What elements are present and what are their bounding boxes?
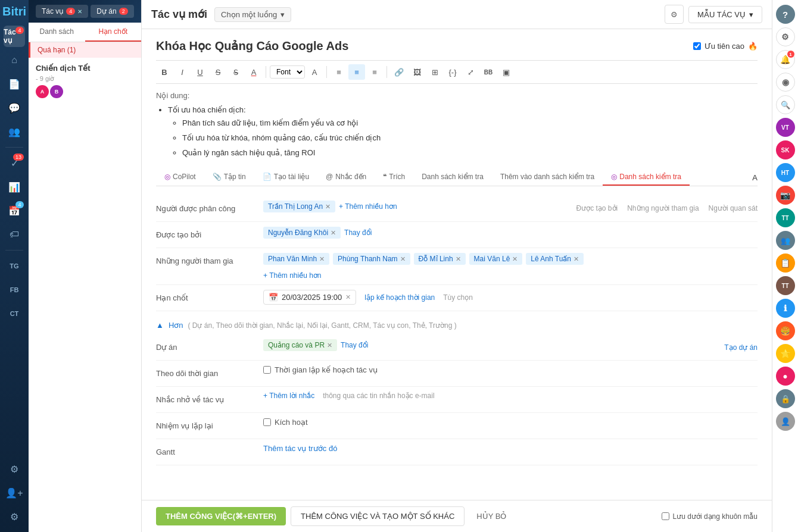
- tab-nhac-den[interactable]: @ Nhắc đến: [317, 169, 375, 186]
- strikethrough-button[interactable]: S: [210, 64, 226, 80]
- tab-them-danh-sach[interactable]: Thêm vào danh sách kiểm tra: [492, 169, 603, 186]
- change-project-btn[interactable]: Thay đổi: [341, 339, 368, 351]
- expand-button[interactable]: ⤢: [462, 64, 479, 80]
- tab-danh-sach-kiem-tra-2[interactable]: ◎ Danh sách kiểm tra: [603, 169, 690, 186]
- right-icon-bell[interactable]: 🔔 1: [776, 50, 795, 69]
- underline-button[interactable]: U: [192, 64, 208, 80]
- right-icon-group[interactable]: 👥: [776, 231, 795, 250]
- settings-button[interactable]: ⚙: [665, 5, 684, 24]
- right-icon-star[interactable]: ⭐: [776, 344, 795, 363]
- right-icon-user[interactable]: 👤: [776, 412, 795, 431]
- sidebar-item-gear[interactable]: ⚙: [4, 506, 25, 527]
- sidebar-item-home[interactable]: ⌂: [4, 49, 25, 71]
- remove-p1[interactable]: ✕: [319, 255, 325, 263]
- remove-p5[interactable]: ✕: [573, 255, 579, 263]
- tab-han-chot[interactable]: Hạn chốt: [85, 23, 142, 42]
- ol-button[interactable]: ≡: [348, 64, 365, 80]
- tab-nguoi-quan-sat[interactable]: Người quan sát: [709, 204, 758, 212]
- schedule-link[interactable]: lập kế hoạch thời gian: [364, 293, 435, 302]
- tab-danh-sach[interactable]: Danh sách: [29, 23, 85, 42]
- cancel-button[interactable]: HỦY BỎ: [469, 507, 513, 525]
- right-icon-camera[interactable]: 📷: [776, 186, 795, 205]
- gantt-link[interactable]: Thêm tác vụ trước đó: [263, 444, 337, 453]
- right-icon-settings[interactable]: ⚙: [776, 27, 795, 46]
- ul-button[interactable]: ≡: [331, 64, 347, 80]
- tab-tao-tai-lieu[interactable]: 📄 Tạo tài liệu: [254, 169, 317, 186]
- right-avatar-tt[interactable]: TT: [776, 208, 795, 227]
- sidebar-item-checklist[interactable]: ✓ 13: [4, 152, 25, 174]
- tab-nhung-nguoi[interactable]: Những người tham gia: [627, 204, 699, 212]
- add-reminder-btn[interactable]: + Thêm lời nhắc: [263, 392, 314, 400]
- right-avatar-sk[interactable]: SK: [776, 140, 795, 159]
- font-size-button[interactable]: A: [306, 64, 323, 80]
- right-icon-info[interactable]: ℹ: [776, 299, 795, 318]
- repeat-checkbox[interactable]: [263, 418, 271, 426]
- right-avatar-vt[interactable]: VT: [776, 118, 795, 137]
- sidebar-item-tag[interactable]: 🏷: [4, 224, 25, 245]
- clear-format-button[interactable]: S̶: [227, 64, 244, 80]
- right-icon-menu[interactable]: 🍔: [776, 321, 795, 340]
- right-icon-help[interactable]: ?: [776, 5, 795, 24]
- sidebar-item-chart[interactable]: 📊: [4, 176, 25, 198]
- right-icon-clipboard[interactable]: 📋: [776, 254, 795, 273]
- sidebar-item-settings[interactable]: ⚙: [4, 458, 25, 480]
- tab-tap-tin[interactable]: 📎 Tập tin: [204, 169, 254, 186]
- assignee-row: Người được phân công Trần Thị Long An ✕ …: [156, 196, 758, 222]
- sidebar-item-chat[interactable]: 💬: [4, 97, 25, 118]
- tab-btn-tac-vu[interactable]: Tác vụ 4 ✕: [36, 5, 88, 18]
- priority-checkbox[interactable]: [693, 42, 701, 50]
- image-button[interactable]: 🖼: [409, 64, 425, 80]
- table-button[interactable]: ⊞: [426, 64, 443, 80]
- tab-trich[interactable]: ❝ Trích: [375, 169, 413, 186]
- sidebar-item-calendar[interactable]: 📅 4: [4, 200, 25, 221]
- align-button[interactable]: ≡: [366, 64, 383, 80]
- add-another-button[interactable]: THÊM CÔNG VIỆC VÀ TẠO MỘT SỐ KHÁC: [291, 506, 465, 526]
- sidebar-item-user-add[interactable]: 👤+: [4, 482, 25, 503]
- sidebar-item-people[interactable]: 👥: [4, 121, 25, 142]
- remove-p3[interactable]: ✕: [456, 255, 461, 263]
- italic-button[interactable]: I: [174, 64, 191, 80]
- tab-copilot[interactable]: ◎ CoPilot: [156, 169, 204, 186]
- sidebar-item-document[interactable]: 📄: [4, 73, 25, 95]
- remove-assignee-1[interactable]: ✕: [325, 203, 331, 211]
- remove-p4[interactable]: ✕: [512, 255, 518, 263]
- tab-danh-sach-kiem-tra-1[interactable]: Danh sách kiểm tra: [413, 169, 492, 186]
- sidebar-item-fb2[interactable]: FB: [4, 279, 25, 301]
- right-icon-radio[interactable]: ◉: [776, 73, 795, 92]
- right-icon-circle[interactable]: ●: [776, 367, 795, 386]
- right-avatar-ht[interactable]: HT: [776, 163, 795, 182]
- code-button[interactable]: {-}: [444, 64, 461, 80]
- right-icon-lock[interactable]: 🔒: [776, 389, 795, 408]
- remove-p2[interactable]: ✕: [400, 255, 406, 263]
- sidebar-item-ct[interactable]: CT: [4, 303, 25, 324]
- sidebar-item-active-task[interactable]: Tác vụ 4: [4, 26, 25, 47]
- add-assignee-btn[interactable]: + Thêm nhiều hơn: [339, 202, 397, 211]
- change-creator-btn[interactable]: Thay đổi: [344, 227, 372, 239]
- gallery-button[interactable]: ▣: [498, 64, 515, 80]
- bb-button[interactable]: BB: [480, 64, 497, 80]
- create-project-link[interactable]: Tạo dự án: [724, 343, 758, 352]
- right-icon-search[interactable]: 🔍: [776, 95, 795, 114]
- sidebar-item-fb[interactable]: TG: [4, 255, 25, 277]
- remove-project[interactable]: ✕: [327, 342, 332, 349]
- participant-5: Lê Anh Tuấn ✕: [526, 253, 584, 265]
- right-avatar-tt2[interactable]: TT: [776, 276, 795, 295]
- font-color-button[interactable]: A: [245, 64, 262, 80]
- add-participant-btn[interactable]: + Thêm nhiều hơn: [263, 271, 322, 280]
- bold-button[interactable]: B: [156, 64, 173, 80]
- remove-deadline[interactable]: ✕: [345, 293, 351, 301]
- template-button[interactable]: MẪU TÁC VỤ ▾: [688, 6, 762, 23]
- option-text[interactable]: Tùy chọn: [443, 293, 473, 302]
- time-tracking-checkbox[interactable]: [263, 366, 271, 374]
- deadline-input[interactable]: 📅 20/03/2025 19:00 ✕: [263, 290, 356, 305]
- collapse-header[interactable]: ▲ Hơn ( Dự án, Theo dõi thời gian, Nhắc …: [156, 316, 758, 334]
- link-button[interactable]: 🔗: [391, 64, 407, 80]
- save-template-checkbox[interactable]: [662, 512, 669, 520]
- remove-creator[interactable]: ✕: [331, 229, 336, 237]
- add-task-button[interactable]: THÊM CÔNG VIỆC(⌘+ENTER): [156, 507, 286, 525]
- tab-duoc-tao-boi[interactable]: Được tạo bởi: [576, 204, 618, 212]
- close-tab-icon[interactable]: ✕: [77, 8, 82, 15]
- tab-btn-du-an[interactable]: Dự án 2: [91, 5, 133, 18]
- font-selector[interactable]: Font: [270, 65, 305, 79]
- pipeline-selector[interactable]: Chọn một luồng ▾: [214, 7, 291, 22]
